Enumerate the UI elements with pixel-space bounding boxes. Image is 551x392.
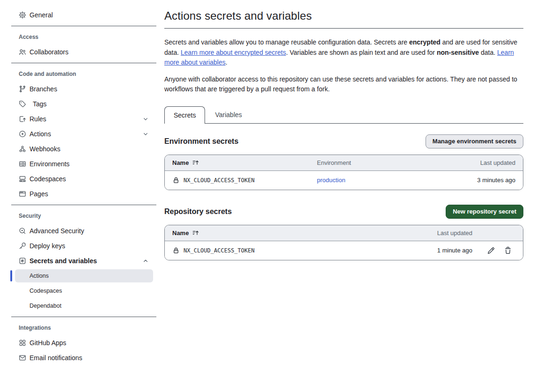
column-header-last-updated: Last updated: [429, 159, 523, 166]
chevron-down-icon: [142, 116, 149, 122]
tab-secrets[interactable]: Secrets: [164, 106, 205, 124]
sidebar-item-label: Actions: [29, 130, 51, 138]
table-header-row: Name Environment Last updated: [165, 155, 523, 171]
git-branch-icon: [19, 85, 26, 93]
sidebar-divider: [11, 317, 156, 317]
new-repository-secret-button[interactable]: New repository secret: [446, 205, 523, 219]
mail-icon: [19, 354, 26, 362]
sidebar-item-label: Collaborators: [29, 48, 68, 56]
sidebar-subitem-dependabot[interactable]: Dependabot: [11, 298, 156, 313]
sidebar-item-label: Codespaces: [29, 175, 66, 183]
sidebar-subitem-codespaces[interactable]: Codespaces: [11, 283, 156, 298]
apps-icon: [19, 339, 26, 347]
sidebar-item-github-apps[interactable]: GitHub Apps: [11, 335, 156, 350]
sidebar-item-deploy-keys[interactable]: Deploy keys: [11, 238, 156, 253]
tag-icon: [19, 100, 26, 108]
sidebar-item-label: Email notifications: [29, 354, 82, 362]
environment-cell: production: [317, 177, 429, 184]
secret-name-cell: NX_CLOUD_ACCESS_TOKEN: [165, 177, 317, 184]
column-header-name[interactable]: Name: [165, 159, 317, 166]
sidebar-divider: [11, 26, 156, 26]
codescan-icon: [19, 227, 26, 235]
trash-icon: [504, 247, 512, 254]
delete-secret-button[interactable]: [504, 247, 512, 254]
main-content: Actions secrets and variables Secrets an…: [164, 0, 523, 260]
codespaces-icon: [19, 175, 26, 183]
play-icon: [19, 130, 26, 138]
sidebar-item-label: Environments: [29, 160, 70, 168]
environment-link[interactable]: production: [317, 177, 345, 184]
sidebar-item-label: GitHub Apps: [29, 339, 66, 347]
column-header-environment: Environment: [317, 159, 429, 166]
gear-icon: [19, 11, 26, 19]
sidebar-divider: [11, 63, 156, 63]
table-row: NX_CLOUD_ACCESS_TOKEN 1 minute ago: [165, 241, 523, 260]
repository-secrets-heading: Repository secrets: [164, 207, 232, 216]
column-header-name[interactable]: Name: [165, 229, 402, 237]
sidebar-item-codespaces[interactable]: Codespaces: [11, 171, 156, 186]
title-divider: [164, 28, 523, 29]
edit-secret-button[interactable]: [487, 247, 495, 254]
sidebar-item-label: Secrets and variables: [29, 257, 97, 265]
sidebar-item-branches[interactable]: Branches: [11, 81, 156, 96]
last-updated-cell: 3 minutes ago: [429, 177, 523, 184]
sidebar-item-label: Pages: [29, 190, 48, 198]
sidebar-subitem-label[interactable]: Actions: [15, 269, 153, 282]
sidebar-item-label: Advanced Security: [29, 227, 84, 235]
note-paragraph: Anyone with collaborator access to this …: [164, 74, 523, 95]
sidebar-item-tags[interactable]: Tags: [11, 96, 156, 111]
sidebar-divider: [11, 205, 156, 205]
sidebar-item-secrets-and-variables[interactable]: Secrets and variables: [11, 253, 156, 268]
sidebar-item-label: Tags: [33, 100, 47, 108]
people-icon: [19, 48, 26, 56]
sidebar-item-general[interactable]: General: [11, 7, 156, 22]
secret-name: NX_CLOUD_ACCESS_TOKEN: [184, 247, 255, 254]
sidebar-section-code: Code and automation: [11, 71, 156, 77]
inline-link[interactable]: Learn more about encrypted secrets: [181, 49, 286, 56]
sidebar-item-actions[interactable]: Actions: [11, 126, 156, 141]
sidebar-item-email-notifications[interactable]: Email notifications: [11, 350, 156, 365]
chevron-down-icon: [142, 131, 149, 137]
sidebar-item-webhooks[interactable]: Webhooks: [11, 141, 156, 156]
server-icon: [19, 160, 26, 168]
sidebar-section-security: Security: [11, 213, 156, 219]
environment-secrets-heading: Environment secrets: [164, 137, 238, 146]
lock-icon: [172, 247, 180, 254]
key-icon: [19, 242, 26, 250]
sidebar-subitem-label[interactable]: Dependabot: [15, 299, 153, 312]
sidebar-item-environments[interactable]: Environments: [11, 156, 156, 171]
sidebar-item-advanced-security[interactable]: Advanced Security: [11, 223, 156, 238]
manage-environment-secrets-button[interactable]: Manage environment secrets: [426, 134, 523, 148]
secret-name: NX_CLOUD_ACCESS_TOKEN: [184, 177, 255, 184]
intro-paragraph: Secrets and variables allow you to manag…: [164, 37, 523, 68]
column-header-label: Name: [172, 159, 189, 166]
last-updated-cell: 1 minute ago: [402, 247, 472, 254]
environment-secrets-header: Environment secrets Manage environment s…: [164, 134, 523, 149]
chevron-up-icon: [142, 258, 149, 264]
sidebar-item-label: Branches: [29, 85, 57, 93]
row-actions-cell: [472, 247, 523, 254]
sidebar-section-access: Access: [11, 34, 156, 40]
secret-icon: [19, 257, 26, 265]
secrets-variables-tabs: Secrets Variables: [164, 106, 523, 124]
sidebar-item-pages[interactable]: Pages: [11, 186, 156, 201]
sidebar-item-label: Rules: [29, 115, 46, 123]
sidebar-subitem-label[interactable]: Codespaces: [15, 284, 153, 297]
sidebar-item-collaborators[interactable]: Collaborators: [11, 44, 156, 59]
browser-icon: [19, 190, 26, 198]
secret-name-cell: NX_CLOUD_ACCESS_TOKEN: [165, 247, 402, 254]
column-header-label: Name: [172, 229, 189, 237]
webhook-icon: [19, 145, 26, 153]
lock-icon: [172, 177, 180, 184]
sort-asc-icon[interactable]: [192, 229, 199, 236]
sidebar-item-rules[interactable]: Rules: [11, 111, 156, 126]
environment-secrets-table: Name Environment Last updated NX_CLOUD_A…: [164, 155, 523, 190]
settings-sidebar: General Access Collaborators Code and au…: [11, 0, 156, 365]
tab-variables[interactable]: Variables: [205, 106, 251, 123]
sidebar-item-label: General: [29, 11, 53, 19]
page-title: Actions secrets and variables: [164, 9, 523, 22]
sidebar-subitem-actions[interactable]: Actions: [11, 268, 156, 283]
table-header-row: Name Last updated: [165, 225, 523, 241]
sort-asc-icon[interactable]: [192, 159, 199, 166]
sidebar-item-label: Webhooks: [29, 145, 60, 153]
